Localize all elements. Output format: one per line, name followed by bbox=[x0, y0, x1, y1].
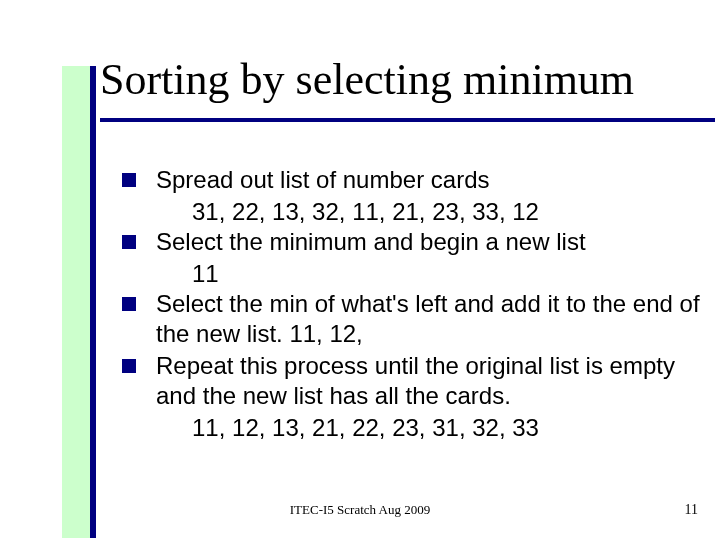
square-bullet-icon bbox=[122, 359, 136, 373]
list-item-text: Select the min of what's left and add it… bbox=[156, 289, 700, 349]
list-item-subtext: 31, 22, 13, 32, 11, 21, 23, 33, 12 bbox=[192, 197, 700, 227]
list-item-text: Repeat this process until the original l… bbox=[156, 351, 700, 411]
list-item: Select the minimum and begin a new list bbox=[100, 227, 700, 257]
square-bullet-icon bbox=[122, 297, 136, 311]
square-bullet-icon bbox=[122, 173, 136, 187]
footer-text: ITEC-I5 Scratch Aug 2009 bbox=[0, 502, 720, 518]
list-item: Select the min of what's left and add it… bbox=[100, 289, 700, 349]
content-area: Spread out list of number cards 31, 22, … bbox=[100, 165, 700, 443]
list-item-text: Spread out list of number cards bbox=[156, 165, 490, 195]
page-number: 11 bbox=[685, 502, 698, 518]
side-green-bar bbox=[62, 66, 90, 538]
list-item: Spread out list of number cards bbox=[100, 165, 700, 195]
list-item-subtext: 11, 12, 13, 21, 22, 23, 31, 32, 33 bbox=[192, 413, 700, 443]
title-underline bbox=[100, 118, 715, 122]
list-item-text: Select the minimum and begin a new list bbox=[156, 227, 586, 257]
side-navy-bar bbox=[90, 66, 96, 538]
list-item: Repeat this process until the original l… bbox=[100, 351, 700, 411]
square-bullet-icon bbox=[122, 235, 136, 249]
slide-title: Sorting by selecting minimum bbox=[100, 54, 634, 105]
slide: Sorting by selecting minimum Spread out … bbox=[0, 0, 720, 540]
side-decoration bbox=[0, 0, 100, 540]
list-item-subtext: 11 bbox=[192, 259, 700, 289]
